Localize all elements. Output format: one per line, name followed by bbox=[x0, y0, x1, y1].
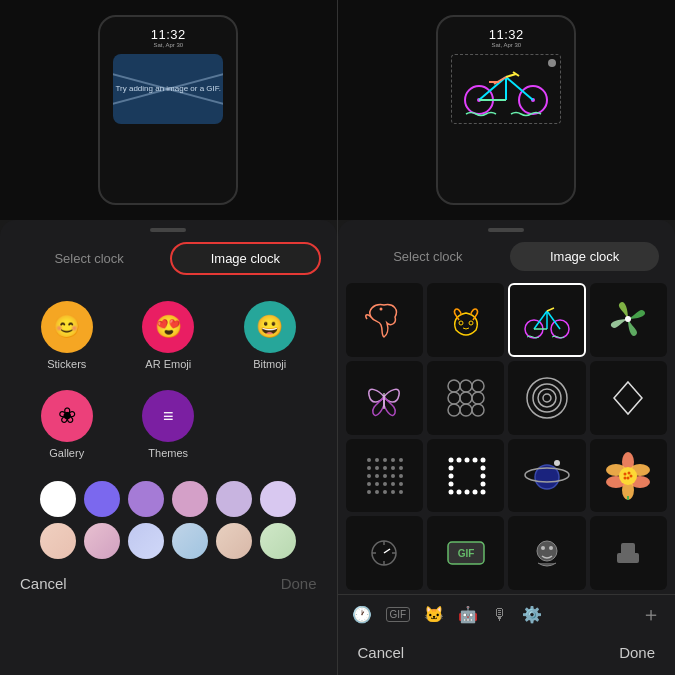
right-tab-select-clock[interactable]: Select clock bbox=[354, 242, 503, 271]
swatch-white[interactable] bbox=[40, 481, 76, 517]
fox-svg bbox=[441, 295, 491, 345]
left-done-button[interactable]: Done bbox=[281, 575, 317, 592]
swatch-pink1[interactable] bbox=[172, 481, 208, 517]
svg-point-73 bbox=[448, 466, 453, 471]
svg-point-47 bbox=[399, 466, 403, 470]
cat-toolbar-icon[interactable]: 🐱 bbox=[424, 605, 444, 624]
swatch-gradient1[interactable] bbox=[128, 523, 164, 559]
svg-point-105 bbox=[549, 546, 553, 550]
svg-point-69 bbox=[456, 490, 461, 495]
svg-point-38 bbox=[367, 458, 371, 462]
left-cancel-button[interactable]: Cancel bbox=[20, 575, 67, 592]
grid-cell-circles[interactable] bbox=[427, 361, 504, 435]
svg-point-50 bbox=[383, 474, 387, 478]
grid-cell-dots-grid[interactable] bbox=[346, 439, 423, 513]
right-clock-date: Sat, Apr 30 bbox=[491, 42, 521, 48]
swatch-light-purple[interactable] bbox=[260, 481, 296, 517]
svg-point-40 bbox=[383, 458, 387, 462]
icon-stickers[interactable]: 😊 Stickers bbox=[16, 291, 117, 380]
svg-point-76 bbox=[480, 466, 485, 471]
grid-cell-butterfly[interactable] bbox=[346, 361, 423, 435]
grid-cell-small1[interactable] bbox=[346, 516, 423, 590]
swatch-rose[interactable] bbox=[84, 523, 120, 559]
swatch-gradient4[interactable] bbox=[260, 523, 296, 559]
svg-point-91 bbox=[630, 475, 633, 478]
grid-cell-flower[interactable] bbox=[590, 439, 667, 513]
grid-cell-diamond[interactable] bbox=[590, 361, 667, 435]
bicycle-container bbox=[451, 54, 561, 124]
right-bottom-buttons: Cancel Done bbox=[338, 634, 676, 675]
robot-toolbar-icon[interactable]: 🤖 bbox=[458, 605, 478, 624]
swatch-peach[interactable] bbox=[40, 523, 76, 559]
clock-toolbar-icon[interactable]: 🕐 bbox=[352, 605, 372, 624]
swatch-row-1 bbox=[10, 481, 327, 517]
ar-emoji-label: AR Emoji bbox=[145, 358, 191, 370]
svg-point-67 bbox=[480, 458, 485, 463]
svg-point-25 bbox=[460, 380, 472, 392]
svg-marker-37 bbox=[614, 382, 642, 414]
right-tab-image-clock[interactable]: Image clock bbox=[510, 242, 659, 271]
svg-point-33 bbox=[543, 394, 551, 402]
left-tab-row: Select clock Image clock bbox=[0, 238, 337, 283]
svg-point-35 bbox=[533, 384, 561, 412]
icon-bitmoji[interactable]: 😀 Bitmoji bbox=[219, 291, 320, 380]
svg-line-100 bbox=[384, 549, 390, 553]
svg-point-54 bbox=[375, 482, 379, 486]
grid-cell-small3[interactable] bbox=[508, 516, 585, 590]
grid-cell-small2[interactable]: GIF bbox=[427, 516, 504, 590]
swatch-lavender[interactable] bbox=[216, 481, 252, 517]
grid-cell-bicycle[interactable] bbox=[508, 283, 585, 357]
settings-toolbar-icon[interactable]: ⚙️ bbox=[522, 605, 542, 624]
small1-svg bbox=[364, 533, 404, 573]
svg-point-81 bbox=[554, 460, 560, 466]
themes-circle: ≡ bbox=[142, 390, 194, 442]
svg-point-34 bbox=[538, 389, 556, 407]
small3-svg bbox=[528, 535, 566, 571]
grid-cell-pinwheel[interactable] bbox=[590, 283, 667, 357]
svg-point-44 bbox=[375, 466, 379, 470]
swatch-row-2 bbox=[10, 523, 327, 559]
svg-point-71 bbox=[472, 490, 477, 495]
left-tab-image-clock[interactable]: Image clock bbox=[170, 242, 320, 275]
svg-point-62 bbox=[399, 490, 403, 494]
grid-cell-dots-square[interactable] bbox=[427, 439, 504, 513]
left-image-placeholder: Try adding an image or a GIF. bbox=[113, 54, 223, 124]
icon-ar-emoji[interactable]: 😍 AR Emoji bbox=[117, 291, 218, 380]
grid-cell-fox[interactable] bbox=[427, 283, 504, 357]
left-tab-select-clock[interactable]: Select clock bbox=[16, 244, 162, 273]
swatch-purple2[interactable] bbox=[128, 481, 164, 517]
svg-point-57 bbox=[399, 482, 403, 486]
svg-point-12 bbox=[380, 307, 383, 310]
swatch-purple1[interactable] bbox=[84, 481, 120, 517]
swatch-gradient3[interactable] bbox=[216, 523, 252, 559]
grid-cell-planet[interactable] bbox=[508, 439, 585, 513]
swatch-gradient2[interactable] bbox=[172, 523, 208, 559]
icon-themes[interactable]: ≡ Themes bbox=[117, 380, 218, 469]
svg-line-8 bbox=[506, 74, 516, 77]
ar-emoji-circle: 😍 bbox=[142, 301, 194, 353]
svg-point-46 bbox=[391, 466, 395, 470]
gallery-label: Gallery bbox=[49, 447, 84, 459]
bitmoji-label: Bitmoji bbox=[253, 358, 286, 370]
svg-point-75 bbox=[448, 482, 453, 487]
bitmoji-icon: 😀 bbox=[256, 314, 283, 340]
svg-text:GIF: GIF bbox=[457, 548, 474, 559]
svg-point-53 bbox=[367, 482, 371, 486]
grid-cell-spiral[interactable] bbox=[508, 361, 585, 435]
themes-label: Themes bbox=[148, 447, 188, 459]
svg-point-24 bbox=[448, 380, 460, 392]
svg-point-59 bbox=[375, 490, 379, 494]
right-done-button[interactable]: Done bbox=[619, 644, 655, 661]
small4-svg bbox=[609, 535, 647, 571]
gif-toolbar-icon[interactable]: GIF bbox=[386, 607, 411, 622]
grid-cell-bird[interactable] bbox=[346, 283, 423, 357]
svg-point-70 bbox=[464, 490, 469, 495]
right-preview-area: 11:32 Sat, Apr 30 bbox=[338, 0, 676, 220]
grid-cell-small4[interactable] bbox=[590, 516, 667, 590]
mic-toolbar-icon[interactable]: 🎙 bbox=[492, 606, 508, 624]
right-cancel-button[interactable]: Cancel bbox=[358, 644, 405, 661]
add-toolbar-button[interactable]: ＋ bbox=[641, 601, 661, 628]
dot-indicator bbox=[548, 59, 556, 67]
icon-gallery[interactable]: ❀ Gallery bbox=[16, 380, 117, 469]
stickers-label: Stickers bbox=[47, 358, 86, 370]
